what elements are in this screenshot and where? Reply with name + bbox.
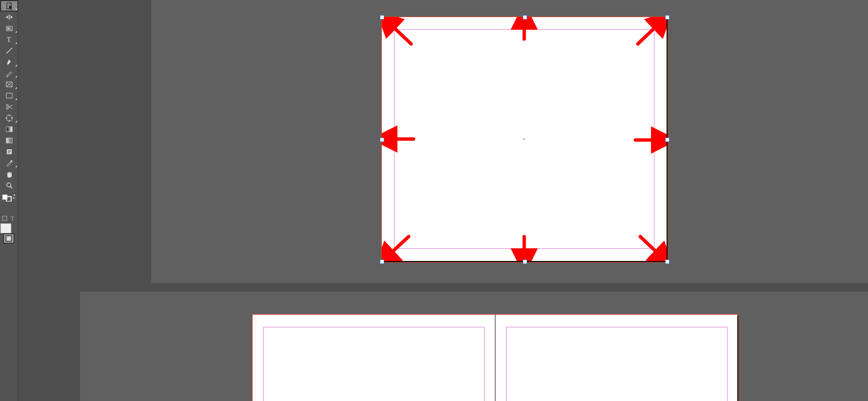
pencil-tool[interactable] xyxy=(0,68,18,79)
spread-spine xyxy=(495,315,495,401)
hand-tool[interactable] xyxy=(0,169,18,180)
scissors-icon xyxy=(5,103,13,111)
line-tool[interactable] xyxy=(0,45,18,56)
rectangle-tool[interactable] xyxy=(0,90,18,101)
pen-tool-icon xyxy=(5,58,13,66)
page-2-margin-guide xyxy=(263,327,485,401)
flyout-indicator-icon xyxy=(15,98,17,100)
eyedropper-icon xyxy=(5,159,13,167)
rectangle-frame-tool[interactable] xyxy=(0,79,18,90)
svg-rect-5 xyxy=(9,27,10,29)
svg-line-8 xyxy=(6,48,12,54)
svg-text:T: T xyxy=(7,36,11,43)
svg-text:T: T xyxy=(11,216,14,221)
line-tool-icon xyxy=(5,47,13,55)
flyout-indicator-icon xyxy=(15,8,17,10)
rectangle-frame-icon xyxy=(5,80,13,88)
fill-stroke-icon xyxy=(2,194,16,201)
svg-point-26 xyxy=(7,183,11,187)
formatting-text-icon: T xyxy=(10,216,16,221)
svg-rect-18 xyxy=(7,116,12,120)
free-transform-icon xyxy=(5,114,13,122)
gradient-swatch-icon xyxy=(5,125,13,133)
page-3-margin-guide xyxy=(506,327,728,401)
svg-rect-19 xyxy=(6,127,12,132)
svg-rect-33 xyxy=(7,237,11,241)
svg-line-17 xyxy=(8,105,12,108)
svg-line-27 xyxy=(10,186,12,188)
flyout-indicator-icon xyxy=(15,120,17,122)
svg-line-16 xyxy=(8,106,12,109)
note-icon xyxy=(5,148,13,156)
toolbox: T xyxy=(0,0,18,401)
page-tool-icon xyxy=(5,2,13,10)
formatting-container-icon xyxy=(2,216,7,221)
free-transform-tool[interactable] xyxy=(0,113,18,123)
zoom-icon xyxy=(5,181,13,189)
rectangle-tool-icon xyxy=(5,92,13,100)
formatting-affects-toggle[interactable]: T xyxy=(0,213,17,223)
svg-line-12 xyxy=(6,82,12,87)
svg-rect-21 xyxy=(7,149,12,154)
flyout-indicator-icon xyxy=(15,42,17,44)
gradient-feather-tool[interactable] xyxy=(0,135,18,146)
screen-mode-icon xyxy=(5,235,12,242)
svg-rect-10 xyxy=(6,82,12,87)
page-margin-guide xyxy=(394,29,654,249)
note-tool[interactable] xyxy=(0,146,18,157)
content-collector-tool[interactable] xyxy=(0,23,18,34)
pen-tool[interactable] xyxy=(0,57,18,67)
pencil-tool-icon xyxy=(5,69,13,77)
svg-rect-6 xyxy=(9,29,12,30)
svg-line-11 xyxy=(6,82,12,87)
svg-rect-30 xyxy=(2,216,7,221)
svg-rect-3 xyxy=(6,26,12,31)
svg-rect-13 xyxy=(6,93,12,98)
fill-stroke-toggle[interactable] xyxy=(0,193,17,202)
gap-tool[interactable] xyxy=(0,12,18,22)
svg-point-14 xyxy=(6,104,8,106)
flyout-indicator-icon xyxy=(15,64,17,66)
flyout-indicator-icon xyxy=(15,76,17,78)
svg-rect-25 xyxy=(10,160,13,162)
flyout-indicator-icon xyxy=(15,31,17,33)
type-tool[interactable]: T xyxy=(0,34,18,45)
apply-color-swatch[interactable] xyxy=(0,223,11,233)
document-page-1[interactable]: × xyxy=(382,17,667,261)
gradient-feather-icon xyxy=(5,137,13,144)
svg-point-9 xyxy=(7,64,8,65)
eyedropper-tool[interactable] xyxy=(0,158,18,168)
svg-point-15 xyxy=(6,107,8,109)
svg-rect-4 xyxy=(7,27,9,30)
svg-rect-0 xyxy=(7,3,11,9)
gap-tool-icon xyxy=(5,13,13,21)
page-tool[interactable] xyxy=(0,0,18,11)
content-collector-icon xyxy=(5,24,13,32)
scissors-tool[interactable] xyxy=(0,101,18,112)
flyout-indicator-icon xyxy=(15,87,17,89)
document-spread-2-3[interactable] xyxy=(253,315,737,401)
hand-icon xyxy=(5,170,13,178)
svg-rect-20 xyxy=(6,138,12,143)
gradient-swatch-tool[interactable] xyxy=(0,124,18,135)
zoom-tool[interactable] xyxy=(0,180,18,191)
flyout-indicator-icon xyxy=(15,165,17,167)
type-tool-icon: T xyxy=(5,36,13,43)
screen-mode-button[interactable] xyxy=(3,234,14,243)
